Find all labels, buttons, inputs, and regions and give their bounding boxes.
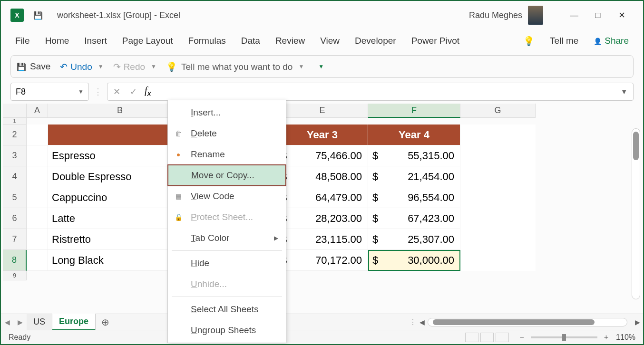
zoom-slider-knob[interactable] (562, 334, 566, 341)
view-page-layout-button[interactable] (480, 333, 494, 342)
row-header-3[interactable]: 3 (3, 145, 27, 166)
row-header-6[interactable]: 6 (3, 208, 27, 229)
row-header-5[interactable]: 5 (3, 187, 27, 208)
tell-me-search[interactable]: Tell me what you want to do (166, 61, 293, 72)
row-header-8[interactable]: 8 (3, 250, 27, 271)
menu-protect-sheet[interactable]: 🔒Protect Sheet... (168, 207, 286, 228)
menu-unhide[interactable]: Unhide... (168, 274, 286, 295)
cell-E8[interactable]: $70,172.00 (277, 250, 368, 271)
redo-dropdown[interactable]: ▼ (151, 63, 156, 70)
close-button[interactable]: ✕ (610, 10, 634, 20)
zoom-level[interactable]: 110% (616, 333, 635, 342)
menu-move-or-copy[interactable]: Move or Copy... (167, 164, 286, 186)
undo-button[interactable]: Undo (60, 61, 92, 72)
name-box-dropdown-icon[interactable]: ▼ (78, 88, 84, 95)
cell-G5[interactable] (460, 187, 536, 208)
row-header-7[interactable]: 7 (3, 229, 27, 250)
tab-page-layout[interactable]: Page Layout (122, 36, 173, 46)
tab-data[interactable]: Data (241, 36, 260, 46)
cell-F3[interactable]: $55,315.00 (368, 145, 460, 166)
menu-delete[interactable]: 🗑Delete (168, 123, 286, 144)
cancel-icon[interactable]: ✕ (107, 86, 126, 97)
col-header-A[interactable]: A (27, 104, 48, 118)
sheet-tab-us[interactable]: US (27, 314, 52, 330)
tab-review[interactable]: Review (275, 36, 305, 46)
menu-ungroup-sheets[interactable]: Ungroup Sheets (168, 320, 286, 341)
vertical-scrollbar[interactable] (632, 128, 640, 299)
expand-formula-bar-icon[interactable]: ▼ (615, 88, 633, 96)
cell-A4[interactable] (27, 166, 48, 187)
cell-G4[interactable] (460, 166, 536, 187)
row-header-2[interactable]: 2 (3, 125, 27, 145)
formula-input[interactable]: ✕ ✓ fx ▼ (107, 83, 634, 101)
cell-A5[interactable] (27, 187, 48, 208)
cell-E4[interactable]: $48,508.00 (277, 166, 368, 187)
row-header-1[interactable]: 1 (3, 118, 27, 125)
save-button[interactable]: Save (17, 61, 50, 72)
save-icon[interactable]: 💾 (33, 11, 43, 20)
cell-E7[interactable]: $23,115.00 (277, 229, 368, 250)
hscroll-left[interactable]: ◀ (417, 318, 428, 326)
tab-view[interactable]: View (320, 36, 340, 46)
horizontal-scrollbar[interactable] (428, 318, 627, 326)
maximize-button[interactable]: □ (586, 10, 610, 20)
tab-formulas[interactable]: Formulas (188, 36, 226, 46)
scrollbar-thumb[interactable] (633, 132, 639, 160)
menu-hide[interactable]: Hide (168, 253, 286, 274)
tell-me-button[interactable]: Tell me (550, 36, 578, 46)
row-header-4[interactable]: 4 (3, 166, 27, 187)
cell-G3[interactable] (460, 145, 536, 166)
cell-F2[interactable]: Year 4 (368, 125, 460, 145)
redo-button[interactable]: Redo (113, 61, 145, 72)
cell-F4[interactable]: $21,454.00 (368, 166, 460, 187)
row-header-9[interactable]: 9 (3, 271, 27, 280)
col-header-E[interactable]: E (277, 104, 368, 118)
cell-A2[interactable] (27, 125, 48, 145)
cell-F5[interactable]: $96,554.00 (368, 187, 460, 208)
cell-A7[interactable] (27, 229, 48, 250)
cell-G7[interactable] (460, 229, 536, 250)
view-normal-button[interactable] (465, 333, 478, 342)
tab-developer[interactable]: Developer (355, 36, 396, 46)
cell-E5[interactable]: $64,479.00 (277, 187, 368, 208)
tab-home[interactable]: Home (45, 36, 69, 46)
cell-E2[interactable]: Year 3 (277, 125, 368, 145)
cell-E3[interactable]: $75,466.00 (277, 145, 368, 166)
share-button[interactable]: Share (594, 36, 629, 46)
col-header-G[interactable]: G (460, 104, 536, 118)
hscroll-right[interactable]: ▶ (632, 318, 643, 326)
cell-G8[interactable] (460, 250, 536, 271)
zoom-slider[interactable] (531, 336, 597, 338)
select-all-triangle[interactable] (3, 104, 27, 118)
cell-F7[interactable]: $25,307.00 (368, 229, 460, 250)
cell-F6[interactable]: $67,423.00 (368, 208, 460, 229)
fx-icon[interactable]: fx (141, 85, 155, 98)
view-page-break-button[interactable] (496, 333, 509, 342)
zoom-out-button[interactable]: − (519, 333, 524, 342)
cell-E6[interactable]: $28,203.00 (277, 208, 368, 229)
undo-dropdown[interactable]: ▼ (98, 63, 104, 70)
cell-A8[interactable] (27, 250, 48, 271)
cell-G2[interactable] (460, 125, 536, 145)
menu-view-code[interactable]: ▤View Code (168, 186, 286, 207)
cell-A6[interactable] (27, 208, 48, 229)
hscroll-thumb[interactable] (433, 319, 595, 325)
add-sheet-button[interactable]: ⊕ (96, 316, 115, 328)
cell-A3[interactable] (27, 145, 48, 166)
zoom-in-button[interactable]: + (604, 333, 608, 342)
minimize-button[interactable]: — (562, 10, 586, 20)
cell-G6[interactable] (460, 208, 536, 229)
tell-me-dropdown[interactable]: ▼ (298, 63, 304, 70)
sheet-nav-prev[interactable]: ◀ (1, 318, 14, 326)
tab-split-handle[interactable]: ⋮ (409, 317, 417, 326)
tab-file[interactable]: File (15, 36, 30, 46)
sheet-tab-europe[interactable]: Europe (52, 314, 96, 331)
enter-icon[interactable]: ✓ (126, 86, 141, 97)
name-box[interactable]: F8 ▼ (10, 83, 89, 101)
menu-select-all-sheets[interactable]: Select All Sheets (168, 299, 286, 320)
col-header-F[interactable]: F (368, 104, 460, 118)
cell-F8-selected[interactable]: $30,000.00 (368, 250, 460, 271)
tab-insert[interactable]: Insert (84, 36, 107, 46)
user-avatar[interactable] (528, 6, 543, 25)
menu-tab-color[interactable]: Tab Color▶ (168, 228, 286, 249)
